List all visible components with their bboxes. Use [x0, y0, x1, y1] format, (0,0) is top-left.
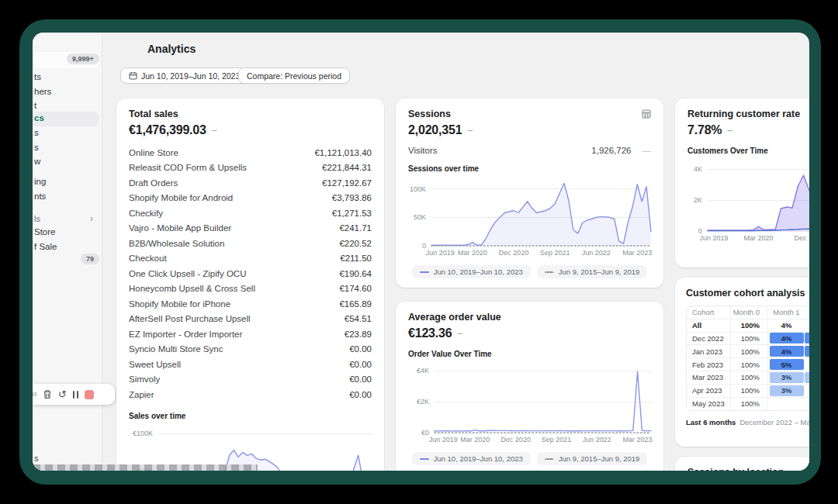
sessions-over-time-chart: 100K50K0Jun 2019Mar 2020Dec 2020Sep 2021… [408, 178, 651, 258]
month1-cell: 4% [767, 333, 805, 345]
month1-cell: 4% [767, 319, 805, 332]
returning-customer-rate-card: Returning customer rate 7.78% – Customer… [675, 98, 809, 268]
channel-value: €0.00 [349, 360, 372, 369]
month1-value: 3% [770, 372, 804, 383]
dotted-line-swatch [545, 271, 554, 273]
channel-name[interactable]: Sweet Upsell [129, 360, 181, 369]
sidebar-item-fragment[interactable]: f Sale [34, 242, 57, 251]
sessions-card: Sessions 2,020,351 – Visitors 1,926,726 … [396, 98, 663, 288]
sidebar-item-label: Store [34, 227, 56, 236]
channel-name[interactable]: Releasit COD Form & Upsells [129, 163, 247, 172]
sessions-by-location-card: Sessions by location [675, 457, 809, 471]
sidebar-item-fragment[interactable]: nts [34, 192, 46, 201]
sales-channel-row: EZ Importer - Order Importer€23.89 [129, 326, 372, 342]
legend-previous-period: Jun 9, 2015–Jun 9, 2019 [537, 452, 648, 465]
channel-name[interactable]: EZ Importer - Order Importer [129, 330, 242, 339]
visitors-value: 1,926,726 [591, 146, 631, 155]
sidebar-item-fragment[interactable]: t [34, 101, 36, 110]
sidebar-item-label: s [34, 143, 39, 152]
sales-channel-row: Checkout€211.50 [129, 251, 372, 267]
sales-channel-row: B2B/Wholesale Solution€220.52 [129, 236, 372, 251]
returning-title: Returning customer rate [687, 109, 809, 119]
sidebar-item-label: nts [34, 192, 46, 201]
sidebar-item-fragment[interactable]: w [34, 157, 40, 166]
channel-name[interactable]: Honeycomb Upsell & Cross Sell [129, 284, 255, 293]
visitors-delta-dash: — [642, 146, 652, 155]
delta-dash: – [457, 328, 462, 339]
sidebar-item-label: hers [34, 87, 51, 96]
sales-channel-row: Online Store€1,121,013.40 [129, 145, 372, 161]
location-title: Sessions by location [687, 467, 809, 471]
channel-name[interactable]: Zapier [129, 390, 154, 399]
month2-clipped-cell [805, 385, 809, 397]
sidebar-item-fragment[interactable]: ls› [34, 214, 40, 223]
dotted-line-swatch [545, 458, 554, 460]
channel-name[interactable]: Online Store [129, 148, 178, 157]
sidebar-item-fragment[interactable]: ts [34, 72, 41, 81]
customers-over-time-label: Customers Over Time [687, 147, 809, 155]
sidebar-item-fragment[interactable]: cs [34, 113, 44, 123]
table-view-icon[interactable] [642, 109, 651, 119]
sales-channel-row: Syncio Multi Store Sync€0.00 [129, 342, 372, 357]
x-axis-label: Jun 2019 [699, 234, 728, 242]
sessions-title: Sessions [408, 109, 451, 119]
sidebar-item-fragment[interactable]: ing [34, 177, 46, 186]
cohort-footer-label: Last 6 months [686, 418, 736, 426]
channel-name[interactable]: AfterSell Post Purchase Upsell [129, 314, 251, 323]
channel-name[interactable]: Draft Orders [129, 178, 178, 188]
chart-canvas [708, 160, 809, 231]
legend-previous-label: Jun 9, 2015–Jun 9, 2019 [559, 454, 640, 463]
pause-recording-icon[interactable] [73, 391, 79, 399]
channel-name[interactable]: Checkify [129, 209, 163, 218]
y-axis-label: 4K [687, 165, 702, 173]
chart-canvas [435, 363, 651, 433]
channel-value: €190.64 [339, 269, 372, 278]
channel-name[interactable]: Vajro - Mobile App Builder [129, 223, 231, 233]
channel-value: €23.89 [345, 330, 372, 339]
channel-name[interactable]: Simvoly [129, 375, 160, 384]
sidebar-item-fragment[interactable]: Store [34, 227, 56, 236]
calendar-icon [129, 71, 137, 80]
channel-name[interactable]: One Click Upsell - Zipify OCU [129, 269, 246, 278]
sidebar: 9,999+ tsherstcssswingntsls›Storef Sale … [33, 33, 102, 471]
channel-name[interactable]: Shopify Mobile for iPhone [129, 299, 230, 309]
month0-value: 100% [730, 358, 767, 371]
month1-value: 4% [770, 320, 804, 331]
returning-value: 7.78% [687, 123, 722, 137]
compare-button[interactable]: Compare: Previous period [238, 67, 350, 84]
channel-name[interactable]: Syncio Multi Store Sync [129, 344, 223, 354]
month1-cell: 3% [767, 385, 805, 397]
sales-channel-row: Sweet Upsell€0.00 [129, 357, 372, 372]
month1-value: 5% [770, 359, 804, 370]
sales-channel-row: Honeycomb Upsell & Cross Sell€174.60 [129, 281, 372, 297]
month2-clipped-cell [805, 345, 809, 357]
x-axis-label: Mar 2023 [622, 249, 652, 257]
sidebar-item-fragment[interactable]: s [34, 128, 39, 137]
stop-recording-button[interactable] [85, 390, 94, 399]
channel-value: €0.00 [349, 344, 372, 354]
channel-value: €0.00 [349, 375, 372, 384]
x-axis-label: Dec 2020 [500, 436, 531, 444]
cohort-row: May 2023100% [687, 398, 809, 411]
sidebar-item-fragment[interactable]: hers [34, 87, 51, 96]
sidebar-item-label: s [34, 128, 39, 137]
channel-value: €174.60 [339, 284, 372, 293]
sidebar-item-fragment[interactable]: s [34, 143, 39, 152]
channel-name[interactable]: Checkout [129, 254, 167, 263]
channel-name[interactable]: B2B/Wholesale Solution [129, 239, 224, 248]
month1-value: 3% [770, 385, 804, 396]
y-axis-label: €0 [408, 429, 429, 437]
cohort-footer-range: December 2022 – May 2023 [739, 418, 809, 426]
sales-channel-row: Shopify Mobile for iPhone€165.89 [129, 296, 372, 312]
restart-recording-icon[interactable]: ↺ [58, 389, 67, 399]
x-axis-label: Mar 2020 [458, 249, 487, 257]
sessions-value: 2,020,351 [408, 123, 462, 137]
trash-icon[interactable] [43, 389, 52, 399]
cohort-row: Dec 2022100%4% [687, 333, 809, 346]
channel-name[interactable]: Shopify Mobile for Android [129, 193, 233, 202]
cohort-row: Feb 2023100%5% [687, 358, 809, 371]
sales-channel-row: Simvoly€0.00 [129, 372, 372, 388]
customer-cohort-card: Customer cohort analysis CohortMonth 0Mo… [675, 278, 809, 447]
cohort-row: All100%4% [687, 319, 809, 333]
date-range-button[interactable]: Jun 10, 2019–Jun 10, 2023 [120, 67, 248, 84]
